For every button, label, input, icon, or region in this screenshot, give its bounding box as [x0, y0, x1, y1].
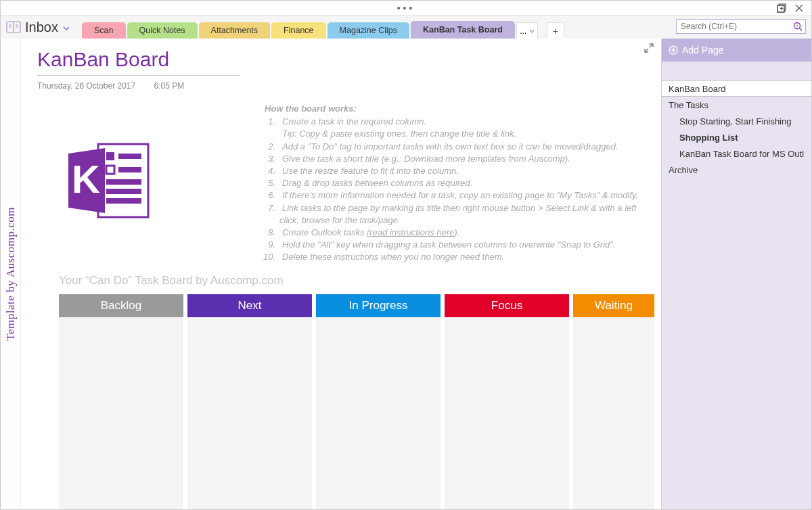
page-item-shopping-list[interactable]: Shopping List: [662, 129, 811, 145]
column-header-next: Next: [187, 294, 312, 317]
page-item-kanban-board[interactable]: KanBan Board: [662, 80, 811, 97]
svg-rect-16: [118, 154, 141, 159]
onenote-logo: K: [66, 140, 154, 224]
header-bar: Inbox Scan Quick Notes Attachments Finan…: [1, 16, 811, 39]
tab-overflow[interactable]: ...: [516, 22, 538, 39]
svg-line-12: [800, 28, 803, 31]
instructions-heading: How the board works:: [265, 103, 657, 115]
instructions-block[interactable]: How the board works: 1.Create a task in …: [265, 103, 657, 263]
tab-finance[interactable]: Finance: [271, 22, 325, 39]
search-icon[interactable]: [790, 21, 805, 32]
column-next[interactable]: Next: [187, 294, 312, 509]
close-window-icon[interactable]: [794, 3, 805, 14]
brand-text: Template by Auscomp.com: [4, 207, 18, 341]
page-item-kanban-outlook[interactable]: KanBan Task Board for MS Outl: [662, 145, 811, 162]
notebook-label: Inbox: [25, 20, 58, 35]
fullscreen-icon[interactable]: [644, 43, 654, 56]
column-body[interactable]: [573, 317, 654, 509]
window-title-bar: •••: [1, 1, 811, 16]
kanban-board: Backlog Next In Progress Focus Waiting: [59, 294, 654, 509]
svg-rect-1: [777, 5, 784, 12]
column-body[interactable]: [445, 317, 569, 509]
svg-rect-18: [118, 167, 141, 172]
page-item-archive[interactable]: Archive: [662, 162, 811, 178]
add-page-label: Add Page: [682, 45, 724, 55]
column-waiting[interactable]: Waiting: [573, 294, 654, 509]
column-focus[interactable]: Focus: [445, 294, 569, 509]
tab-quick-notes[interactable]: Quick Notes: [127, 22, 198, 39]
page-date: Thursday, 26 October 2017: [37, 81, 135, 91]
template-brand-strip: Template by Auscomp.com: [1, 39, 21, 509]
svg-rect-20: [106, 189, 141, 194]
svg-point-13: [796, 25, 798, 26]
svg-rect-19: [106, 179, 141, 185]
svg-rect-21: [106, 198, 141, 204]
column-header-backlog: Backlog: [59, 294, 183, 317]
page-time: 6:05 PM: [154, 81, 185, 91]
column-in-progress[interactable]: In Progress: [316, 294, 441, 509]
column-header-waiting: Waiting: [573, 294, 654, 317]
page-sidebar: Add Page KanBan Board The Tasks Stop Sta…: [661, 39, 811, 509]
page-title[interactable]: KanBan Board: [37, 48, 240, 76]
instructions-link[interactable]: read instructions here: [369, 227, 454, 237]
svg-text:K: K: [72, 157, 100, 201]
tab-kanban-task-board[interactable]: KanBan Task Board: [411, 21, 515, 39]
column-header-progress: In Progress: [316, 294, 441, 317]
tab-magazine-clips[interactable]: Magazine Clips: [328, 22, 409, 39]
page-canvas[interactable]: KanBan Board Thursday, 26 October 2017 6…: [21, 39, 661, 509]
search-box[interactable]: [676, 19, 806, 34]
drag-dots: •••: [397, 3, 415, 14]
page-list: KanBan Board The Tasks Stop Starting, St…: [662, 62, 811, 178]
column-backlog[interactable]: Backlog: [59, 294, 183, 509]
column-body[interactable]: [316, 317, 441, 509]
column-body[interactable]: [187, 317, 312, 509]
tab-scan[interactable]: Scan: [82, 22, 126, 39]
notebook-icon: [6, 20, 21, 34]
page-item-stop-starting[interactable]: Stop Starting, Start Finishing: [662, 113, 811, 129]
chevron-down-icon: [62, 20, 70, 35]
board-subtitle: Your “Can Do” Task Board by Auscomp.com: [59, 274, 284, 287]
column-header-focus: Focus: [445, 294, 569, 317]
notebook-selector[interactable]: Inbox: [1, 16, 82, 39]
add-page-button[interactable]: Add Page: [662, 39, 811, 62]
svg-rect-15: [106, 152, 114, 160]
tab-attachments[interactable]: Attachments: [199, 22, 270, 39]
page-item-the-tasks[interactable]: The Tasks: [662, 97, 811, 113]
search-input[interactable]: [677, 22, 790, 31]
restore-window-icon[interactable]: [776, 3, 787, 14]
page-metadata: Thursday, 26 October 2017 6:05 PM: [37, 81, 649, 91]
add-tab-button[interactable]: +: [547, 22, 564, 39]
section-tabs: Scan Quick Notes Attachments Finance Mag…: [82, 21, 564, 39]
column-body[interactable]: [59, 317, 183, 509]
